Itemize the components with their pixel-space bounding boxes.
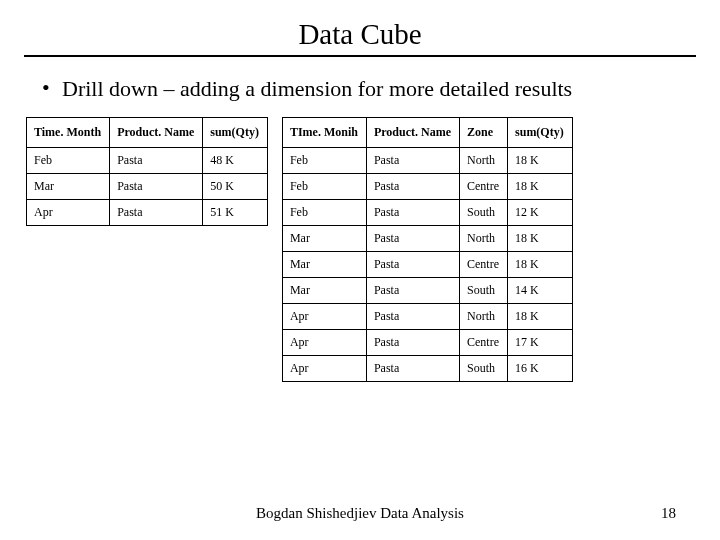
table-cell: Pasta	[366, 199, 459, 225]
table-row: FebPastaSouth12 K	[282, 199, 572, 225]
table-cell: South	[460, 277, 508, 303]
table-cell: Pasta	[366, 355, 459, 381]
table-cell: Feb	[282, 199, 366, 225]
table-cell: 18 K	[508, 303, 573, 329]
col-header: sum(Qty)	[203, 117, 268, 147]
table-cell: Apr	[282, 303, 366, 329]
col-header: sum(Qty)	[508, 117, 573, 147]
table-cell: North	[460, 225, 508, 251]
table-cell: South	[460, 355, 508, 381]
table-cell: Feb	[27, 147, 110, 173]
table-cell: Pasta	[366, 329, 459, 355]
table-cell: Centre	[460, 329, 508, 355]
bullet-item: • Drill down – adding a dimension for mo…	[42, 75, 692, 103]
table-cell: Apr	[282, 355, 366, 381]
table-header-row: TIme. Monih Product. Name Zone sum(Qty)	[282, 117, 572, 147]
summary-table: Time. Month Product. Name sum(Qty) FebPa…	[26, 117, 268, 226]
detail-table: TIme. Monih Product. Name Zone sum(Qty) …	[282, 117, 573, 382]
table-cell: 14 K	[508, 277, 573, 303]
table-cell: Centre	[460, 173, 508, 199]
col-header: Time. Month	[27, 117, 110, 147]
footer-text: Bogdan Shishedjiev Data Analysis	[0, 505, 720, 522]
table-cell: Pasta	[110, 199, 203, 225]
tables-container: Time. Month Product. Name sum(Qty) FebPa…	[26, 117, 692, 382]
page-number: 18	[661, 505, 676, 522]
t1-body: FebPasta48 KMarPasta50 KAprPasta51 K	[27, 147, 268, 225]
table-cell: 17 K	[508, 329, 573, 355]
col-header: Product. Name	[110, 117, 203, 147]
table-cell: North	[460, 147, 508, 173]
table-row: MarPastaCentre18 K	[282, 251, 572, 277]
table-cell: 51 K	[203, 199, 268, 225]
title-divider	[24, 55, 696, 57]
table-cell: Centre	[460, 251, 508, 277]
table-cell: Mar	[282, 251, 366, 277]
table-cell: 18 K	[508, 251, 573, 277]
table-cell: 12 K	[508, 199, 573, 225]
table-cell: Pasta	[366, 173, 459, 199]
table-cell: Pasta	[366, 277, 459, 303]
table-cell: South	[460, 199, 508, 225]
table-cell: Feb	[282, 173, 366, 199]
table-cell: 50 K	[203, 173, 268, 199]
table-cell: 48 K	[203, 147, 268, 173]
table-cell: 18 K	[508, 225, 573, 251]
table-cell: 18 K	[508, 173, 573, 199]
slide: Data Cube • Drill down – adding a dimens…	[0, 0, 720, 540]
t2-body: FebPastaNorth18 KFebPastaCentre18 KFebPa…	[282, 147, 572, 381]
table-cell: North	[460, 303, 508, 329]
table-row: FebPasta48 K	[27, 147, 268, 173]
col-header: Product. Name	[366, 117, 459, 147]
table-row: MarPasta50 K	[27, 173, 268, 199]
table-cell: Pasta	[110, 147, 203, 173]
table-row: AprPastaSouth16 K	[282, 355, 572, 381]
table-cell: Pasta	[366, 303, 459, 329]
table-cell: Feb	[282, 147, 366, 173]
table-row: FebPastaNorth18 K	[282, 147, 572, 173]
col-header: Zone	[460, 117, 508, 147]
table-cell: 18 K	[508, 147, 573, 173]
table-cell: Mar	[282, 277, 366, 303]
table-row: AprPastaCentre17 K	[282, 329, 572, 355]
table-cell: Pasta	[366, 225, 459, 251]
slide-title: Data Cube	[28, 18, 692, 51]
table-cell: 16 K	[508, 355, 573, 381]
table-row: AprPastaNorth18 K	[282, 303, 572, 329]
table-cell: Apr	[282, 329, 366, 355]
table-row: FebPastaCentre18 K	[282, 173, 572, 199]
table-cell: Pasta	[110, 173, 203, 199]
bullet-marker: •	[42, 75, 62, 101]
table-row: MarPastaSouth14 K	[282, 277, 572, 303]
bullet-text: Drill down – adding a dimension for more…	[62, 75, 692, 103]
table-row: AprPasta51 K	[27, 199, 268, 225]
table-cell: Apr	[27, 199, 110, 225]
table-row: MarPastaNorth18 K	[282, 225, 572, 251]
table-cell: Pasta	[366, 251, 459, 277]
col-header: TIme. Monih	[282, 117, 366, 147]
table-cell: Pasta	[366, 147, 459, 173]
table-cell: Mar	[27, 173, 110, 199]
table-cell: Mar	[282, 225, 366, 251]
table-header-row: Time. Month Product. Name sum(Qty)	[27, 117, 268, 147]
